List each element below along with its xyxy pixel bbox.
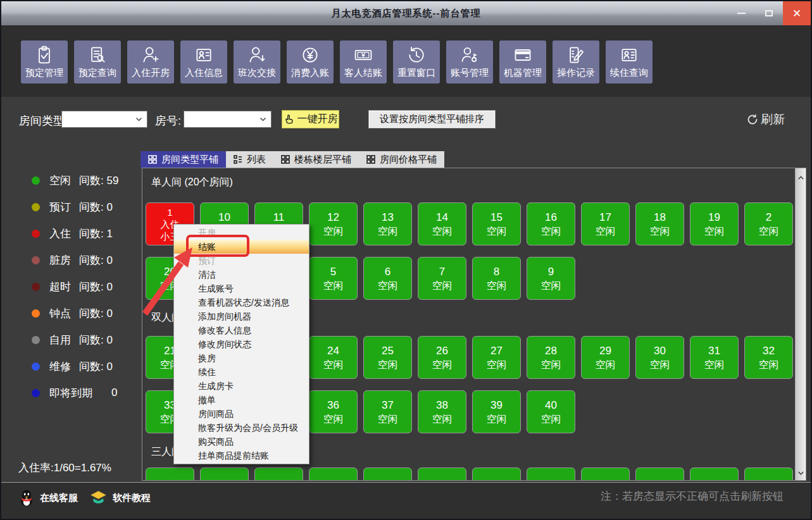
room-cell-36[interactable]: 36空闲 — [309, 390, 358, 433]
tab-building-floor-tile[interactable]: 楼栋楼层平铺 — [273, 151, 359, 168]
toolbar-label: 预定查询 — [78, 67, 116, 79]
room-status: 空闲 — [432, 225, 453, 238]
room-cell-14[interactable]: 14空闲 — [418, 202, 466, 245]
room-cell-32[interactable]: 32空闲 — [744, 336, 793, 379]
scroll-down-arrow[interactable] — [798, 464, 804, 480]
reservation-query-button[interactable]: 预定查询 — [74, 40, 121, 84]
room-cell-25[interactable]: 25空闲 — [363, 336, 412, 379]
room-cell-19[interactable]: 19空闲 — [690, 202, 739, 245]
room-number: 12 — [327, 211, 339, 225]
room-cell[interactable] — [146, 467, 194, 481]
one-key-open-button[interactable]: 一键开房 — [282, 110, 339, 128]
room-cell-28[interactable]: 28空闲 — [527, 336, 575, 379]
maximize-button[interactable] — [755, 1, 783, 25]
room-cell[interactable] — [690, 467, 739, 481]
room-cell-39[interactable]: 39空闲 — [472, 390, 521, 433]
tab-room-price-tile[interactable]: 房间价格平铺 — [359, 151, 444, 168]
context-menu-item[interactable]: 生成房卡 — [174, 379, 309, 393]
room-cell[interactable] — [363, 467, 412, 481]
sort-by-room-type-button[interactable]: 设置按房间类型平铺排序 — [368, 110, 496, 128]
room-cell[interactable] — [635, 467, 684, 481]
room-cell-16[interactable]: 16空闲 — [527, 202, 575, 245]
shift-handover-button[interactable]: 班次交接 — [234, 40, 280, 84]
room-cell[interactable] — [472, 467, 521, 481]
guest-checkout-button[interactable]: 客人结账 — [340, 40, 387, 84]
room-number: 7 — [439, 265, 445, 279]
context-menu-item[interactable]: 修改房间状态 — [174, 337, 309, 351]
room-cell-29[interactable]: 29空闲 — [581, 336, 630, 379]
toolbar: 预定管理 预定查询 入住开房 入住信息 班次交接 消费入账 客人结账 重置窗口 — [1, 25, 811, 97]
machine-manage-button[interactable]: 机器管理 — [499, 40, 546, 84]
room-cell-2[interactable]: 2空闲 — [744, 202, 793, 245]
room-cell-7[interactable]: 7空闲 — [418, 257, 466, 300]
qq-penguin-icon — [19, 490, 34, 507]
room-status: 空闲 — [704, 358, 725, 371]
operation-log-button[interactable]: 操作记录 — [553, 40, 599, 84]
check-in-open-button[interactable]: 入住开房 — [127, 40, 174, 84]
room-number: 37 — [382, 399, 394, 412]
reset-window-button[interactable]: 重置窗口 — [393, 40, 440, 84]
check-in-info-button[interactable]: 入住信息 — [180, 40, 227, 84]
vertical-scrollbar[interactable] — [795, 168, 806, 480]
legend-label: 即将到期 — [49, 386, 92, 400]
reservation-manage-button[interactable]: 预定管理 — [21, 40, 68, 84]
room-no-select[interactable] — [184, 111, 272, 128]
room-status: 空闲 — [487, 358, 507, 371]
room-cell-37[interactable]: 37空闲 — [363, 390, 412, 433]
room-status: 空闲 — [596, 358, 616, 371]
context-menu-item[interactable]: 续住 — [174, 365, 309, 379]
room-number: 19 — [708, 211, 720, 225]
room-number: 29 — [599, 344, 611, 358]
room-cell-24[interactable]: 24空闲 — [309, 336, 358, 379]
toolbar-label: 账号管理 — [451, 67, 489, 79]
room-number: 28 — [545, 344, 557, 358]
room-cell[interactable] — [200, 467, 249, 481]
room-cell-6[interactable]: 6空闲 — [363, 257, 412, 300]
grid-icon — [148, 155, 157, 164]
room-cell-26[interactable]: 26空闲 — [418, 336, 466, 379]
context-menu-item[interactable]: 修改客人信息 — [174, 323, 309, 337]
room-cell-15[interactable]: 15空闲 — [472, 202, 521, 245]
room-cell-8[interactable]: 8空闲 — [472, 257, 521, 300]
context-menu-item[interactable]: 散客升级为会员/会员升级 — [174, 421, 309, 435]
close-button[interactable]: ✕ — [783, 1, 811, 25]
tutorial-link[interactable]: 软件教程 — [90, 487, 151, 509]
room-number: 32 — [763, 344, 775, 358]
room-cell-9[interactable]: 9空闲 — [527, 257, 575, 300]
context-menu-item[interactable]: 购买商品 — [174, 435, 309, 449]
room-cell-31[interactable]: 31空闲 — [690, 336, 739, 379]
refresh-button[interactable]: 刷新 — [747, 111, 785, 128]
room-cell[interactable] — [744, 467, 793, 481]
context-menu-item[interactable]: 撤单 — [174, 393, 309, 407]
tab-list[interactable]: 列表 — [226, 151, 273, 168]
room-cell-40[interactable]: 40空闲 — [527, 390, 575, 433]
room-cell-13[interactable]: 13空闲 — [363, 202, 412, 245]
room-cell-38[interactable]: 38空闲 — [418, 390, 466, 433]
context-menu-item[interactable]: 挂单商品提前结账 — [174, 449, 309, 462]
account-manage-button[interactable]: 账号管理 — [446, 40, 493, 84]
room-cell[interactable] — [309, 467, 358, 481]
minimize-button[interactable] — [727, 1, 755, 25]
room-type-select[interactable] — [61, 111, 147, 128]
annotation-arrow — [131, 238, 210, 321]
stay-extension-query-button[interactable]: 续住查询 — [606, 40, 653, 84]
room-cell[interactable] — [581, 467, 630, 481]
person-arrow-down-icon — [247, 45, 267, 65]
room-cell-12[interactable]: 12空闲 — [309, 202, 358, 245]
room-status: 空闲 — [487, 279, 507, 292]
context-menu-item[interactable]: 换房 — [174, 351, 309, 365]
room-cell-17[interactable]: 17空闲 — [581, 202, 630, 245]
context-menu-item[interactable]: 房间商品 — [174, 407, 309, 421]
room-cell-30[interactable]: 30空闲 — [635, 336, 684, 379]
online-service-link[interactable]: 在线客服 — [19, 487, 78, 509]
room-cell-5[interactable]: 5空闲 — [309, 257, 358, 300]
room-cell-18[interactable]: 18空闲 — [635, 202, 684, 245]
room-number: 30 — [654, 344, 666, 358]
tab-room-type-tile[interactable]: 房间类型平铺 — [141, 151, 226, 168]
room-cell[interactable] — [254, 467, 303, 481]
consumption-entry-button[interactable]: 消费入账 — [287, 40, 334, 84]
scroll-up-arrow[interactable] — [798, 168, 804, 185]
room-cell-27[interactable]: 27空闲 — [472, 336, 521, 379]
room-cell[interactable] — [418, 467, 466, 481]
room-cell[interactable] — [527, 467, 575, 481]
